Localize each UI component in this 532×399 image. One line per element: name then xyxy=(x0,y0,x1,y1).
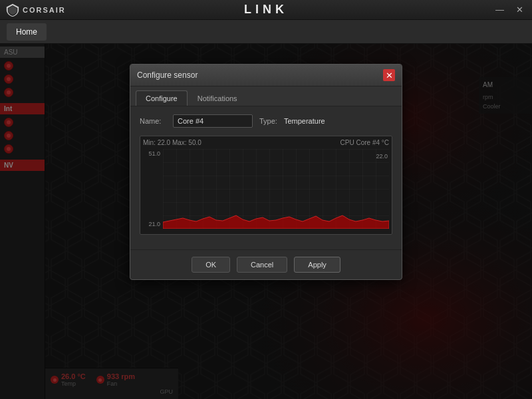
window-controls[interactable]: — ✕ xyxy=(492,3,527,16)
app-logo-area: CORSAIR xyxy=(5,3,66,17)
modal-tabs: Configure Notifications xyxy=(130,86,402,106)
tab-configure[interactable]: Configure xyxy=(136,90,188,106)
modal-overlay: Configure sensor ✕ Configure Notificatio… xyxy=(0,44,532,399)
type-label: Type: xyxy=(259,117,277,125)
ok-button[interactable]: OK xyxy=(192,257,230,273)
close-button[interactable]: ✕ xyxy=(513,3,527,16)
corsair-text: CORSAIR xyxy=(23,6,66,14)
modal-title-bar: Configure sensor ✕ xyxy=(130,65,402,86)
name-label: Name: xyxy=(140,117,166,125)
name-input[interactable] xyxy=(173,114,253,128)
chart-y-max: 51.0 xyxy=(143,150,163,157)
sensor-chart: Min: 22.0 Max: 50.0 CPU Core #4 °C 51.0 … xyxy=(140,136,392,235)
cancel-button[interactable]: Cancel xyxy=(237,257,287,273)
content-area: ASU Int NV xyxy=(0,44,532,399)
name-type-row: Name: Type: Temperature xyxy=(140,114,392,128)
apply-button[interactable]: Apply xyxy=(294,257,340,273)
tab-notifications[interactable]: Notifications xyxy=(188,90,247,106)
chart-y-min: 21.0 xyxy=(143,221,163,227)
chart-svg xyxy=(163,149,389,229)
modal-title: Configure sensor xyxy=(137,70,198,80)
corsair-logo: CORSAIR xyxy=(5,3,66,17)
chart-range-label: Min: 22.0 Max: 50.0 xyxy=(143,139,201,146)
chart-right-val: 22.0 xyxy=(376,153,388,160)
link-title: LINK xyxy=(244,3,288,16)
modal-close-button[interactable]: ✕ xyxy=(383,69,395,81)
chart-header: Min: 22.0 Max: 50.0 CPU Core #4 °C xyxy=(143,139,389,146)
corsair-icon xyxy=(5,3,20,17)
modal-footer: OK Cancel Apply xyxy=(130,249,402,279)
nav-home[interactable]: Home xyxy=(7,23,47,41)
svg-rect-7 xyxy=(163,149,389,229)
chart-title-label: CPU Core #4 °C xyxy=(340,139,389,146)
title-bar: CORSAIR LINK — ✕ xyxy=(0,0,532,20)
app-area: Home ASU Int xyxy=(0,20,532,399)
nav-bar: Home xyxy=(0,20,532,44)
app-title-center: LINK xyxy=(244,3,288,17)
modal-body: Name: Type: Temperature Min: 22.0 Max: 5… xyxy=(130,106,402,249)
type-value: Temperature xyxy=(284,117,325,125)
configure-sensor-dialog: Configure sensor ✕ Configure Notificatio… xyxy=(130,64,402,280)
minimize-button[interactable]: — xyxy=(492,3,507,16)
